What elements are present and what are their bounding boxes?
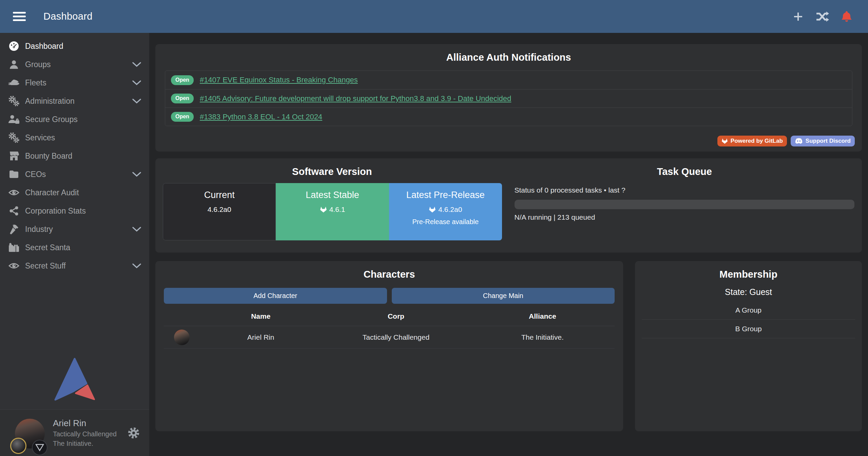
notifications-list: Open #1407 EVE Equinox Status - Breaking… (165, 71, 852, 126)
version-stable: Latest Stable 4.6.1 (276, 183, 389, 240)
hammer-icon (8, 224, 20, 234)
sidebar-item-label: Industry (25, 225, 53, 234)
sidebar-item-secure-groups[interactable]: Secure Groups (0, 110, 149, 128)
plus-icon[interactable] (792, 11, 804, 23)
version-prerelease-label: Latest Pre-Release (389, 190, 502, 200)
hamburger-menu-icon[interactable] (13, 10, 26, 23)
discord-badge[interactable]: Support Discord (791, 136, 855, 146)
version-stable-value: 4.6.1 (329, 205, 345, 214)
status-badge: Open (171, 94, 194, 103)
membership-title: Membership (635, 261, 862, 280)
chevron-down-icon (132, 263, 141, 269)
gears-icon (8, 96, 20, 106)
alliance-logo-badge (32, 440, 47, 455)
software-version-section: Software Version Current 4.6.2a0 Latest … (155, 158, 509, 253)
sidebar-item-industry[interactable]: Industry (0, 220, 149, 238)
add-character-button[interactable]: Add Character (164, 288, 387, 304)
version-current-value: 4.6.2a0 (208, 205, 231, 214)
folder-icon (8, 170, 20, 179)
characters-title: Characters (155, 261, 623, 280)
chevron-down-icon (132, 99, 141, 104)
sidebar-item-label: Secret Stuff (25, 261, 66, 271)
top-navbar: Dashboard (0, 0, 868, 33)
sidebar-item-services[interactable]: Services (0, 128, 149, 147)
notification-link[interactable]: #1407 EVE Equinox Status - Breaking Chan… (200, 76, 358, 84)
software-version-title: Software Version (155, 158, 509, 177)
membership-panel: Membership State: Guest A Group B Group (635, 261, 862, 431)
sidebar-item-label: Services (25, 133, 55, 142)
list-item: A Group (642, 301, 855, 320)
gitlab-badge[interactable]: Powered by GitLab (717, 136, 787, 146)
characters-table: Name Corp Alliance Ariel Rin Tactically … (164, 306, 615, 349)
gitlab-icon (721, 138, 728, 144)
gear-icon[interactable] (128, 427, 140, 439)
software-version-box: Current 4.6.2a0 Latest Stable 4.6.1 Late… (163, 183, 502, 240)
status-badge: Open (171, 75, 194, 85)
list-item: B Group (642, 320, 855, 338)
sidebar-item-label: Bounty Board (25, 152, 72, 161)
sidebar-item-corporation-stats[interactable]: Corporation Stats (0, 202, 149, 220)
gitlab-icon (320, 206, 327, 213)
chevron-down-icon (132, 80, 141, 85)
page-title: Dashboard (43, 11, 93, 22)
membership-groups-list: A Group B Group (642, 301, 855, 338)
header-corp: Corp (322, 312, 470, 320)
bell-icon[interactable] (841, 11, 852, 23)
change-main-button[interactable]: Change Main (392, 288, 615, 304)
sidebar-user-panel: Ariel Rin Tactically Challenged The Init… (0, 409, 149, 456)
prerelease-note: Pre-Release available (389, 218, 502, 226)
sidebar-item-label: CEOs (25, 170, 46, 179)
shuffle-icon[interactable] (816, 11, 829, 22)
notification-row: Open #1407 EVE Equinox Status - Breaking… (165, 71, 852, 89)
main-content: Alliance Auth Notifications Open #1407 E… (149, 33, 868, 456)
sidebar-item-label: Secure Groups (25, 115, 78, 124)
version-prerelease-value: 4.6.2a0 (438, 205, 462, 214)
sidebar: Dashboard Groups Fleets (0, 33, 149, 456)
table-row: Ariel Rin Tactically Challenged The Init… (164, 326, 615, 349)
characters-table-header: Name Corp Alliance (164, 306, 615, 326)
version-current-label: Current (163, 190, 276, 200)
task-queue-title: Task Queue (515, 158, 855, 177)
alliance-auth-logo (0, 357, 149, 409)
notification-row: Open #1383 Python 3.8 EOL - 14 Oct 2024 (165, 107, 852, 126)
sidebar-item-secret-stuff[interactable]: Secret Stuff (0, 257, 149, 275)
notifications-title: Alliance Auth Notifications (155, 44, 862, 63)
status-badge: Open (171, 112, 194, 122)
notifications-panel: Alliance Auth Notifications Open #1407 E… (155, 44, 862, 152)
task-queue-progressbar (515, 200, 855, 209)
sidebar-item-label: Character Audit (25, 188, 79, 197)
software-taskqueue-panel: Software Version Current 4.6.2a0 Latest … (155, 158, 862, 253)
sidebar-item-bounty-board[interactable]: Bounty Board (0, 147, 149, 165)
sidebar-item-label: Groups (25, 60, 51, 69)
user-lock-icon (8, 114, 20, 124)
gitlab-icon (429, 206, 436, 213)
sidebar-item-label: Administration (25, 97, 75, 106)
share-icon (8, 206, 20, 216)
user-alliance: The Initiative. (53, 440, 117, 448)
sidebar-item-fleets[interactable]: Fleets (0, 74, 149, 92)
eye-icon (8, 261, 20, 271)
store-icon (8, 151, 20, 161)
header-alliance: Alliance (470, 312, 615, 320)
notification-link[interactable]: #1405 Advisory: Future development will … (200, 94, 511, 103)
sidebar-item-groups[interactable]: Groups (0, 55, 149, 74)
sidebar-item-label: Fleets (25, 78, 46, 87)
sidebar-item-label: Dashboard (25, 42, 63, 51)
sidebar-item-label: Secret Santa (25, 243, 70, 252)
notification-link[interactable]: #1383 Python 3.8 EOL - 14 Oct 2024 (200, 113, 322, 121)
user-corp: Tactically Challenged (53, 430, 117, 438)
sidebar-item-administration[interactable]: Administration (0, 92, 149, 110)
sidebar-item-character-audit[interactable]: Character Audit (0, 183, 149, 202)
eye-icon (8, 188, 20, 197)
user-name: Ariel Rin (53, 418, 117, 429)
membership-state: State: Guest (635, 287, 862, 297)
version-current: Current 4.6.2a0 (163, 183, 276, 240)
sidebar-item-dashboard[interactable]: Dashboard (0, 37, 149, 55)
sidebar-item-ceos[interactable]: CEOs (0, 165, 149, 183)
chevron-down-icon (132, 172, 141, 177)
sidebar-item-secret-santa[interactable]: Secret Santa (0, 238, 149, 257)
version-prerelease: Latest Pre-Release 4.6.2a0 Pre-Release a… (389, 183, 502, 240)
notification-row: Open #1405 Advisory: Future development … (165, 89, 852, 107)
characters-panel: Characters Add Character Change Main Nam… (155, 261, 623, 431)
gifts-icon (8, 242, 20, 253)
